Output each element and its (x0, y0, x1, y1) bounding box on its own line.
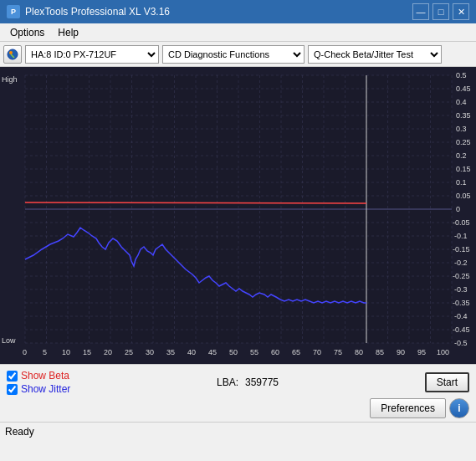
svg-text:0.05: 0.05 (456, 192, 471, 200)
lba-section: LBA: 359775 (217, 376, 279, 388)
svg-text:0.45: 0.45 (456, 85, 471, 93)
svg-text:Low: Low (2, 336, 16, 345)
svg-text:-0.5: -0.5 (454, 339, 468, 347)
bottom-row2: Preferences i (7, 398, 469, 418)
show-beta-checkbox[interactable] (7, 371, 18, 382)
info-button[interactable]: i (449, 398, 469, 418)
svg-text:0.15: 0.15 (456, 165, 471, 173)
preferences-button[interactable]: Preferences (370, 398, 446, 418)
maximize-button[interactable]: □ (432, 3, 449, 20)
svg-text:25: 25 (125, 348, 133, 356)
svg-text:65: 65 (292, 348, 300, 356)
svg-text:50: 50 (229, 348, 238, 356)
svg-text:40: 40 (187, 348, 196, 356)
svg-text:0: 0 (456, 205, 460, 213)
svg-text:55: 55 (250, 348, 258, 356)
svg-text:-0.35: -0.35 (453, 299, 470, 307)
svg-text:100: 100 (437, 348, 449, 356)
svg-text:95: 95 (417, 348, 426, 356)
svg-point-1 (9, 51, 13, 54)
svg-text:-0.3: -0.3 (454, 285, 468, 294)
svg-text:0.3: 0.3 (456, 125, 467, 133)
close-button[interactable]: ✕ (453, 3, 469, 20)
svg-text:85: 85 (376, 348, 384, 356)
svg-text:-0.4: -0.4 (454, 312, 468, 320)
menu-options[interactable]: Options (3, 25, 51, 40)
svg-text:20: 20 (104, 348, 112, 356)
svg-text:-0.1: -0.1 (454, 232, 468, 240)
device-select[interactable]: HA:8 ID:0 PX-712UF (25, 45, 159, 64)
checkboxes-group: Show Beta Show Jitter (7, 370, 70, 395)
app-icon: P (7, 5, 20, 18)
lba-label: LBA: (217, 376, 238, 388)
chart-area: 0.5 0.45 0.4 0.35 0.3 0.25 0.2 0.15 0.1 … (0, 67, 476, 364)
window-title: PlexTools Professional XL V3.16 (25, 6, 170, 18)
status-text: Ready (5, 426, 34, 438)
show-jitter-checkbox[interactable] (7, 384, 18, 395)
buttons-section: Start (425, 372, 469, 392)
svg-text:0.1: 0.1 (456, 178, 467, 187)
svg-text:0.35: 0.35 (456, 111, 471, 120)
menu-help[interactable]: Help (51, 25, 85, 40)
bottom-panel: Show Beta Show Jitter LBA: 359775 Start … (0, 364, 476, 422)
svg-text:75: 75 (334, 348, 342, 356)
title-bar: P PlexTools Professional XL V3.16 — □ ✕ (0, 0, 476, 23)
svg-text:-0.25: -0.25 (453, 272, 470, 280)
toolbar: HA:8 ID:0 PX-712UF CD Diagnostic Functio… (0, 42, 476, 67)
svg-text:0.2: 0.2 (456, 151, 467, 160)
svg-text:60: 60 (271, 348, 279, 356)
test-select[interactable]: Q-Check Beta/Jitter Test (308, 45, 442, 64)
svg-text:10: 10 (62, 348, 70, 356)
svg-text:0.4: 0.4 (456, 98, 467, 106)
svg-text:80: 80 (355, 348, 363, 356)
svg-text:0.25: 0.25 (456, 138, 471, 146)
minimize-button[interactable]: — (412, 3, 429, 20)
svg-text:High: High (2, 75, 18, 84)
show-jitter-row: Show Jitter (7, 383, 70, 395)
show-beta-row: Show Beta (7, 370, 70, 382)
svg-text:0.5: 0.5 (456, 71, 467, 79)
svg-text:90: 90 (397, 348, 405, 356)
svg-text:0: 0 (23, 348, 27, 356)
svg-text:-0.15: -0.15 (453, 245, 470, 254)
toolbar-action-button[interactable] (3, 45, 22, 64)
show-beta-label[interactable]: Show Beta (21, 370, 69, 382)
svg-text:45: 45 (208, 348, 217, 356)
svg-point-0 (8, 49, 18, 59)
function-select[interactable]: CD Diagnostic Functions (162, 45, 305, 64)
svg-text:5: 5 (43, 348, 47, 356)
lba-value: 359775 (245, 376, 279, 388)
svg-text:70: 70 (313, 348, 321, 356)
svg-text:30: 30 (146, 348, 154, 356)
start-button[interactable]: Start (425, 372, 469, 392)
svg-text:35: 35 (166, 348, 175, 356)
svg-text:-0.45: -0.45 (453, 325, 470, 334)
show-jitter-label[interactable]: Show Jitter (21, 383, 70, 395)
status-bar: Ready (0, 422, 476, 440)
svg-text:-0.2: -0.2 (454, 259, 468, 267)
menu-bar: Options Help (0, 23, 476, 42)
svg-text:15: 15 (83, 348, 91, 356)
svg-text:-0.05: -0.05 (453, 218, 470, 227)
